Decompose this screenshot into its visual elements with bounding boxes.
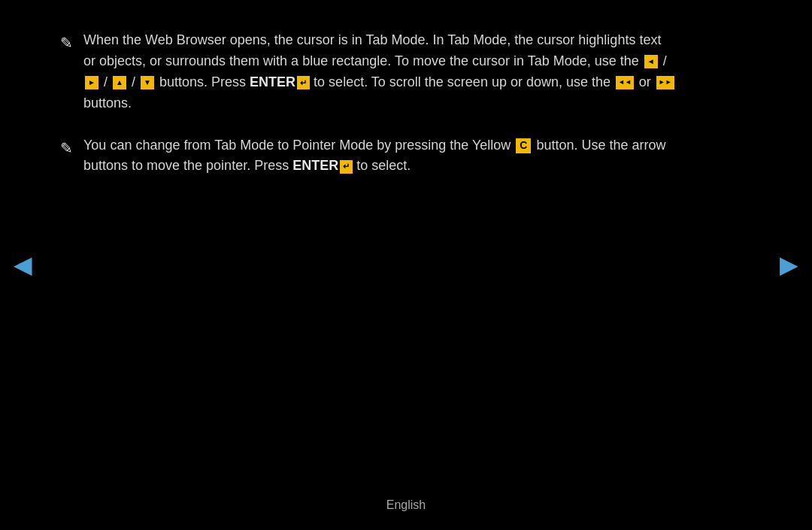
fastforward-btn [656, 76, 674, 89]
enter-label-1: ENTER [250, 74, 295, 89]
enter-icon-2: ↵ [340, 160, 353, 174]
note-icon-1: ✎ [60, 32, 73, 55]
arrow-right-btn [85, 76, 98, 89]
nav-left-button[interactable]: ◀ [14, 247, 32, 284]
note-text-2: You can change from Tab Mode to Pointer … [83, 135, 677, 177]
note-icon-2: ✎ [60, 137, 73, 160]
language-label: English [386, 496, 426, 515]
note-block-1: ✎ When the Web Browser opens, the cursor… [60, 30, 677, 114]
enter-icon-1: ↵ [297, 76, 310, 89]
note-block-2: ✎ You can change from Tab Mode to Pointe… [60, 135, 677, 177]
yellow-c-btn: C [516, 138, 531, 153]
arrow-up-btn [113, 76, 126, 89]
arrow-down-btn [141, 76, 154, 89]
note-text-1: When the Web Browser opens, the cursor i… [83, 30, 677, 114]
main-content: ✎ When the Web Browser opens, the cursor… [0, 0, 737, 177]
rewind-btn [616, 76, 634, 89]
arrow-left-btn [644, 55, 658, 68]
nav-right-button[interactable]: ▶ [780, 247, 798, 284]
enter-label-2: ENTER [292, 158, 338, 173]
